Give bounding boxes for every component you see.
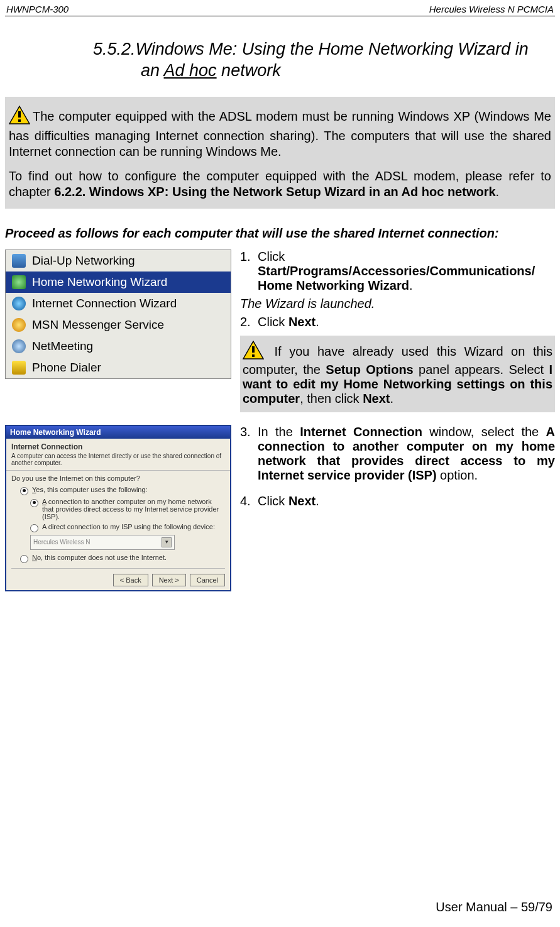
radio-direct-connection[interactable]: A direct connection to my ISP using the … [30,523,225,532]
step1-post: . [409,278,413,292]
cancel-button[interactable]: Cancel [190,574,225,586]
step-number: 1. [240,250,258,293]
wizard-launched-note: The Wizard is launched. [240,297,555,311]
radio-icon [20,487,28,495]
menu-item-internet-connection-wizard[interactable]: Internet Connection Wizard [6,293,231,314]
radio-yes-accel: Y [32,486,36,493]
step2-pre: Click [258,315,288,329]
menu-item-dialup[interactable]: Dial-Up Networking [6,250,231,272]
menu-item-phone-dialer[interactable]: Phone Dialer [6,357,231,378]
step2-next: Next [288,315,316,329]
menu-item-label: MSN Messenger Service [32,318,164,332]
step1-path: Start/Programs/Accessories/Communication… [258,264,535,292]
back-button[interactable]: < Back [113,574,148,586]
dialog-subtext: A computer can access the Internet direc… [11,453,225,466]
dialog-question: Do you use the Internet on this computer… [11,474,225,482]
note1-ref-post: . [496,185,500,199]
note2-setup-options: Setup Options [326,363,413,376]
note2-post: . [390,392,394,405]
svg-rect-1 [18,111,21,118]
next-button[interactable]: Next > [152,574,186,586]
svg-rect-4 [252,346,255,353]
section-title-line1: Windows Me: Using the Home Networking Wi… [136,40,529,58]
svg-rect-5 [252,354,255,357]
note2-next: Next [363,392,390,405]
note-box-2: If you have already used this Wizard on … [240,336,555,412]
step-number: 4. [240,494,258,508]
warning-icon [243,341,264,363]
step2-post: . [316,315,319,329]
note1-text: The computer equipped with the ADSL mode… [9,109,551,158]
netmeeting-icon [12,339,26,353]
note-box-1: The computer equipped with the ADSL mode… [5,97,555,209]
menu-item-label: Internet Connection Wizard [32,297,177,310]
messenger-icon [12,318,26,332]
radio-icon [20,555,28,563]
dialup-icon [12,254,26,268]
step3-post: option. [437,468,478,482]
note2-mid1: panel appears. Select [414,363,549,376]
menu-item-netmeeting[interactable]: NetMeeting [6,336,231,357]
device-combo[interactable]: Hercules Wireless N ▾ [30,535,175,550]
step3-window: Internet Connection [300,425,422,439]
step3-pre: In the [258,425,300,439]
step-2: 2. Click Next. [240,315,555,329]
dialog-heading: Internet Connection [11,442,225,451]
radio-connection-another-computer[interactable]: A connection to another computer on my h… [30,498,225,520]
note1-ref-bold: 6.2.2. Windows XP: Using the Network Set… [54,185,495,199]
header-left: HWNPCM-300 [6,4,69,14]
section-heading: 5.5.2.Windows Me: Using the Home Network… [93,39,555,82]
step-1: 1. Click Start/Programs/Accessories/Comm… [240,250,555,293]
communications-menu: Dial-Up Networking Home Networking Wizar… [5,250,231,379]
menu-item-label: NetMeeting [32,339,93,353]
page-footer: User Manual – 59/79 [5,900,555,914]
section-title-line2-post: network [217,61,281,80]
page-header: HWNPCM-300 Hercules Wireless N PCMCIA [5,4,555,16]
step4-pre: Click [258,494,288,508]
note2-mid2: , then click [300,392,363,405]
radio-icon [30,524,38,532]
header-right: Hercules Wireless N PCMCIA [429,4,554,14]
step-number: 2. [240,315,258,329]
radio-yes[interactable]: Yes, this computer uses the following: [20,486,225,495]
section-title-adhoc: Ad hoc [164,61,217,80]
radio-no-accel: N [32,554,37,561]
step1-pre: Click [258,250,285,263]
chevron-down-icon: ▾ [162,537,172,547]
menu-item-home-networking-wizard[interactable]: Home Networking Wizard [6,272,231,293]
menu-item-msn-messenger[interactable]: MSN Messenger Service [6,314,231,336]
home-networking-wizard-dialog: Home Networking Wizard Internet Connecti… [5,425,231,591]
section-number: 5.5.2. [93,40,136,58]
phone-icon [12,361,26,375]
radio-no[interactable]: No, this computer does not use the Inter… [20,554,225,563]
warning-icon [9,106,30,128]
globe-icon [12,297,26,310]
step-number: 3. [240,425,258,483]
radio-no-text: o, this computer does not use the Intern… [37,554,167,561]
menu-item-label: Dial-Up Networking [32,254,135,268]
dialog-titlebar: Home Networking Wizard [6,426,230,439]
svg-rect-2 [18,119,21,122]
step-3: 3. In the Internet Connection window, se… [240,425,555,483]
opt-a-text: connection to another computer on my hom… [42,498,219,520]
step4-post: . [316,494,319,508]
radio-icon [30,499,38,507]
section-title-line2-pre: an [141,61,164,80]
opt-b-text: A direct connection to my ISP using the … [42,523,215,530]
step4-next: Next [288,494,316,508]
menu-item-label: Home Networking Wizard [32,275,167,289]
menu-item-label: Phone Dialer [32,361,101,375]
opt-a-accel: A [42,498,47,505]
wizard-icon [12,275,26,289]
step3-mid: window, select the [422,425,546,439]
step-4: 4. Click Next. [240,494,555,508]
proceed-subhead: Proceed as follows for each computer tha… [5,226,555,241]
combo-value: Hercules Wireless N [33,539,91,546]
